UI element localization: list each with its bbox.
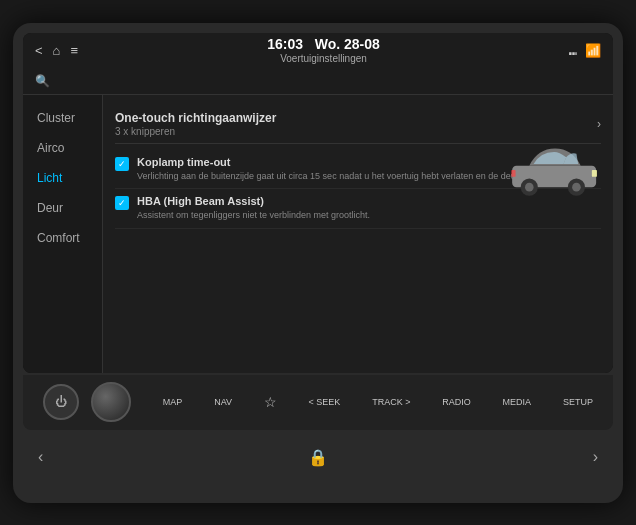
power-icon: ⏻ bbox=[55, 395, 67, 409]
setup-label: SETUP bbox=[563, 397, 593, 407]
setup-button[interactable]: SETUP bbox=[563, 397, 593, 407]
bottom-center: 🔒 bbox=[308, 448, 328, 467]
svg-rect-6 bbox=[511, 170, 515, 177]
nav-label: NAV bbox=[214, 397, 232, 407]
seek-back-label: < SEEK bbox=[309, 397, 341, 407]
menu-icon[interactable]: ≡ bbox=[70, 43, 78, 58]
seek-back-button[interactable]: < SEEK bbox=[309, 397, 341, 407]
outer-frame: < ⌂ ≡ 16:03 Wo. 28-08 Voertuiginstelling… bbox=[13, 23, 623, 503]
sidebar-item-deur[interactable]: Deur bbox=[23, 193, 102, 223]
page-title: Voertuiginstellingen bbox=[280, 53, 367, 65]
svg-point-4 bbox=[572, 182, 581, 191]
top-center: 16:03 Wo. 28-08 Voertuiginstellingen bbox=[267, 36, 380, 65]
track-button[interactable]: TRACK > bbox=[372, 397, 410, 407]
car-image bbox=[505, 140, 605, 200]
wifi-icon: 📶 bbox=[585, 43, 601, 58]
hba-checkbox[interactable] bbox=[115, 196, 129, 210]
bottom-row: ‹ 🔒 › bbox=[23, 430, 613, 485]
map-button[interactable]: MAP bbox=[163, 397, 183, 407]
svg-rect-5 bbox=[592, 170, 597, 177]
time-display: 16:03 Wo. 28-08 bbox=[267, 36, 380, 53]
sidebar: Cluster Airco Licht Deur Comfort bbox=[23, 95, 103, 373]
home-icon[interactable]: ⌂ bbox=[53, 43, 61, 58]
star-icon: ☆ bbox=[264, 394, 277, 410]
top-left-icons: < ⌂ ≡ bbox=[35, 43, 78, 58]
sidebar-item-licht[interactable]: Licht bbox=[23, 163, 102, 193]
top-bar: < ⌂ ≡ 16:03 Wo. 28-08 Voertuiginstelling… bbox=[23, 33, 613, 69]
radio-button[interactable]: RADIO bbox=[442, 397, 471, 407]
menu-item-text: One-touch richtingaanwijzer 3 x knippere… bbox=[115, 111, 276, 137]
media-button[interactable]: MEDIA bbox=[503, 397, 532, 407]
search-row: 🔍 bbox=[23, 69, 613, 95]
track-label: TRACK > bbox=[372, 397, 410, 407]
screen: < ⌂ ≡ 16:03 Wo. 28-08 Voertuiginstelling… bbox=[23, 33, 613, 373]
back-icon[interactable]: < bbox=[35, 43, 43, 58]
right-arrow-icon[interactable]: › bbox=[593, 448, 598, 466]
sidebar-item-airco[interactable]: Airco bbox=[23, 133, 102, 163]
power-button[interactable]: ⏻ bbox=[43, 384, 79, 420]
sidebar-item-comfort[interactable]: Comfort bbox=[23, 223, 102, 253]
left-controls: ⏻ bbox=[43, 382, 131, 422]
menu-item-sub: 3 x knipperen bbox=[115, 126, 276, 137]
bottom-right-icons: › bbox=[593, 448, 598, 466]
search-icon[interactable]: 🔍 bbox=[35, 74, 50, 88]
menu-item-label: One-touch richtingaanwijzer bbox=[115, 111, 276, 125]
svg-point-2 bbox=[525, 182, 534, 191]
media-label: MEDIA bbox=[503, 397, 532, 407]
chevron-right-icon: › bbox=[597, 117, 601, 131]
nav-button[interactable]: NAV bbox=[214, 397, 232, 407]
star-button[interactable]: ☆ bbox=[264, 394, 277, 410]
content-area: One-touch richtingaanwijzer 3 x knippere… bbox=[103, 95, 613, 373]
bottom-left-icons: ‹ bbox=[38, 448, 43, 466]
one-touch-menu-item[interactable]: One-touch richtingaanwijzer 3 x knippere… bbox=[115, 105, 601, 144]
main-content: Cluster Airco Licht Deur Comfort One-tou… bbox=[23, 95, 613, 373]
radio-label: RADIO bbox=[442, 397, 471, 407]
koplamp-checkbox[interactable] bbox=[115, 157, 129, 171]
lock-icon[interactable]: 🔒 bbox=[308, 449, 328, 466]
sidebar-item-cluster[interactable]: Cluster bbox=[23, 103, 102, 133]
bluetooth-icon: ⑉ bbox=[569, 43, 577, 58]
map-label: MAP bbox=[163, 397, 183, 407]
volume-knob[interactable] bbox=[91, 382, 131, 422]
top-right-icons: ⑉ 📶 bbox=[569, 43, 601, 58]
hba-desc: Assistent om tegenliggers niet te verbli… bbox=[137, 209, 601, 222]
control-bar: ⏻ MAP NAV ☆ < SEEK TRACK > RADIO MEDIA S… bbox=[23, 375, 613, 430]
left-arrow-icon[interactable]: ‹ bbox=[38, 448, 43, 466]
